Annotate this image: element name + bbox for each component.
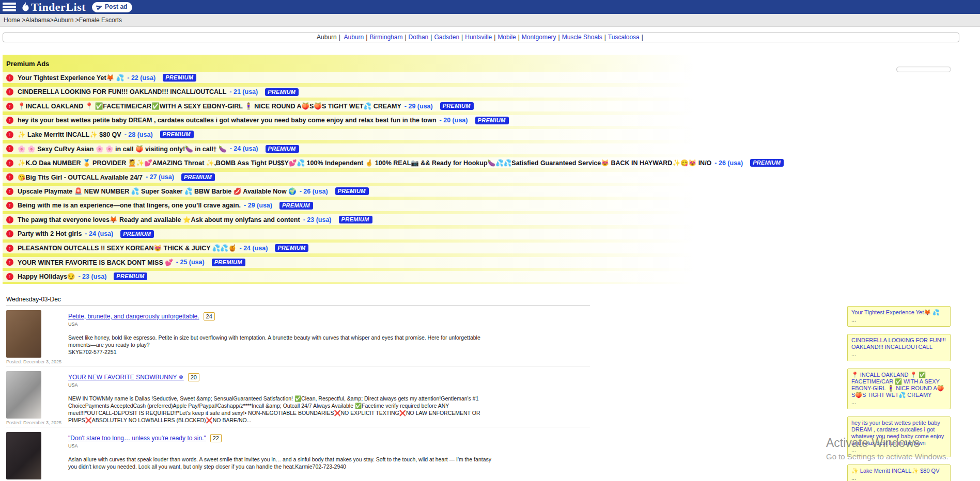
post-ad-button[interactable]: Post ad	[92, 2, 132, 12]
city-separator: |	[642, 34, 643, 41]
premium-badge: PREMIUM	[160, 131, 194, 138]
sidebar-ad-title[interactable]: hey its your best wettes petite baby DRE…	[851, 420, 944, 446]
sidebar-ad-box[interactable]: 📍 INCALL OAKLAND 📍 ✅ FACETIME/CAR ✅ WITH…	[847, 368, 951, 409]
premium-ad-row[interactable]: CINDERELLA LOOKING FOR FUN!!! OAKLAND!!!…	[3, 87, 962, 98]
flame-icon	[21, 2, 30, 12]
city-link[interactable]: Tuscaloosa	[608, 34, 640, 41]
premium-ad-age: - 24 (usa)	[230, 145, 258, 152]
city-link[interactable]: Muscle Shoals	[562, 34, 602, 41]
premium-ad-title[interactable]: Your Tightest Experience Yet🦊 💦	[18, 74, 124, 82]
premium-ad-title[interactable]: hey its your best wettes petite baby DRE…	[18, 117, 437, 124]
premium-ad-age: - 29 (usa)	[405, 103, 433, 110]
sidebar-ad-ellipsis: ...	[851, 447, 946, 454]
sidebar-ad-title[interactable]: CINDERELLA LOOKING FOR FUN!!! OAKLAND!!!…	[851, 337, 946, 350]
breadcrumb-text: Home >Alabama>Auburn >Female Escorts	[4, 17, 122, 24]
premium-ad-title[interactable]: Being with me is an experience—one that …	[18, 202, 241, 209]
bump-up-icon	[6, 230, 13, 237]
brand-name: TinderList	[31, 2, 86, 13]
premium-ad-age: - 24 (usa)	[85, 230, 113, 237]
city-link[interactable]: Birmingham	[369, 34, 402, 41]
premium-ad-row[interactable]: 🌸 🌸 Sexy CuRvy Asian 🌸 🌸 in call 🍑 visit…	[3, 143, 962, 154]
premium-ad-row[interactable]: Upscale Playmate 🚨 NEW NUMBER 💦 Super So…	[3, 186, 962, 197]
city-separator: |	[494, 34, 495, 41]
premium-sidebar: Your Tightest Experience Yet🦊 💦 ... CIND…	[847, 306, 951, 481]
ad-placeholder	[896, 67, 951, 72]
city-link[interactable]: Auburn	[344, 34, 364, 41]
premium-ad-title[interactable]: Party with 2 Hot girls	[18, 230, 82, 237]
sidebar-ad-box[interactable]: ✨ Lake Merritt INCALL✨ $80 QV ...	[847, 464, 951, 481]
post-ad-label: Post ad	[105, 3, 127, 10]
premium-badge: PREMIUM	[181, 173, 215, 181]
premium-ad-row[interactable]: Happy HOlidays😏 - 23 (usa) PREMIUM	[3, 271, 962, 282]
premium-ad-age: - 26 (usa)	[714, 159, 743, 167]
premium-ad-row[interactable]: 😘Big Tits Girl - OUTCALL Available 24/7 …	[3, 172, 962, 183]
city-link[interactable]: Huntsville	[465, 34, 492, 41]
city-link[interactable]: Mobile	[497, 34, 516, 41]
premium-ad-title[interactable]: Happy HOlidays😏	[18, 272, 75, 280]
premium-ad-title[interactable]: PLEASANTON OUTCALLS !! SEXY KOREAN😻 THIC…	[18, 244, 237, 252]
premium-ad-row[interactable]: 📍INCALL OAKLAND 📍 ✅FACETIME/CAR✅WITH A S…	[3, 101, 962, 111]
premium-ad-age: - 29 (usa)	[244, 202, 272, 209]
city-link[interactable]: Dothan	[409, 34, 429, 41]
premium-ad-title[interactable]: ✨K.O Daa NUMBER 🏅 PROVIDER 💆✨💕AMAZING Th…	[18, 159, 711, 167]
bump-up-icon	[6, 159, 13, 167]
listing-age-badge: 24	[204, 312, 215, 320]
listing-title-link[interactable]: YOUR NEW FAVORITE SNOWBUNNY ❄	[68, 374, 184, 381]
premium-ad-title[interactable]: 🌸 🌸 Sexy CuRvy Asian 🌸 🌸 in call 🍑 visit…	[18, 145, 227, 153]
premium-ad-row[interactable]: ✨K.O Daa NUMBER 🏅 PROVIDER 💆✨💕AMAZING Th…	[3, 157, 962, 168]
listing-thumbnail[interactable]	[6, 371, 41, 419]
premium-ad-row[interactable]: Party with 2 Hot girls - 24 (usa) PREMIU…	[3, 229, 962, 239]
bump-up-icon	[6, 74, 13, 82]
listing-row: Posted: December 3, 2025 Petite, brunett…	[6, 306, 590, 366]
brand-logo[interactable]: TinderList	[21, 2, 86, 13]
premium-ad-row[interactable]: YOUR WINTER FAVORITE IS BACK DONT MISS 💕…	[3, 257, 962, 268]
listing-thumbnail[interactable]	[6, 432, 41, 479]
sidebar-ad-ellipsis: ...	[851, 351, 946, 358]
listing-title-link[interactable]: "Don't stare too long… unless you're rea…	[68, 435, 206, 442]
breadcrumb[interactable]: Home >Alabama>Auburn >Female Escorts	[0, 14, 980, 27]
city-current: Auburn	[317, 34, 337, 41]
city-separator: |	[518, 34, 520, 41]
premium-ad-age: - 24 (usa)	[240, 245, 268, 252]
listing-thumb-column: Posted: December 3, 2025	[6, 432, 61, 481]
city-separator: |	[430, 34, 432, 41]
listing-title-link[interactable]: Petite, brunette, and dangerously unforg…	[68, 313, 199, 320]
premium-badge: PREMIUM	[120, 230, 154, 238]
premium-ad-row[interactable]: Being with me is an experience—one that …	[3, 200, 962, 211]
premium-ad-title[interactable]: YOUR WINTER FAVORITE IS BACK DONT MISS 💕	[18, 259, 173, 266]
bump-up-icon	[6, 173, 13, 181]
listing-thumbnail[interactable]	[6, 310, 41, 358]
premium-ad-row[interactable]: hey its your best wettes petite baby DRE…	[3, 115, 962, 126]
premium-ad-row[interactable]: ✨ Lake Merritt INCALL✨ $80 QV - 28 (usa)…	[3, 129, 962, 140]
sidebar-ad-ellipsis: ...	[851, 399, 946, 406]
listing-posted-date: Posted: December 3, 2025	[6, 359, 61, 364]
premium-ad-title[interactable]: The pawg that everyone loves🦊 Ready and …	[18, 216, 300, 223]
sidebar-ad-box[interactable]: CINDERELLA LOOKING FOR FUN!!! OAKLAND!!!…	[847, 334, 951, 361]
premium-badge: PREMIUM	[163, 74, 196, 82]
premium-ad-row[interactable]: PLEASANTON OUTCALLS !! SEXY KOREAN😻 THIC…	[3, 243, 962, 253]
premium-ad-row[interactable]: Your Tightest Experience Yet🦊 💦 - 22 (us…	[3, 72, 962, 83]
premium-ad-title[interactable]: 😘Big Tits Girl - OUTCALL Available 24/7	[18, 173, 143, 181]
listing-location: USA	[68, 443, 492, 448]
sidebar-ad-title[interactable]: ✨ Lake Merritt INCALL✨ $80 QV	[851, 468, 940, 474]
sidebar-ad-title[interactable]: Your Tightest Experience Yet🦊 💦	[851, 309, 940, 315]
premium-ad-title[interactable]: 📍INCALL OAKLAND 📍 ✅FACETIME/CAR✅WITH A S…	[18, 102, 401, 110]
sidebar-ad-ellipsis: ...	[851, 475, 946, 481]
menu-icon[interactable]	[3, 3, 16, 11]
premium-ad-title[interactable]: Upscale Playmate 🚨 NEW NUMBER 💦 Super So…	[18, 187, 297, 195]
sidebar-ad-box[interactable]: hey its your best wettes petite baby DRE…	[847, 416, 951, 457]
premium-ad-title[interactable]: ✨ Lake Merritt INCALL✨ $80 QV	[18, 131, 121, 138]
bump-up-icon	[6, 216, 13, 223]
listing-location: USA	[68, 382, 492, 388]
listing-body-line2: SKYE702-577-2251	[68, 348, 492, 356]
premium-ad-age: - 23 (usa)	[303, 216, 332, 223]
premium-ad-title[interactable]: CINDERELLA LOOKING FOR FUN!!! OAKLAND!!!…	[18, 88, 226, 95]
premium-ad-row[interactable]: The pawg that everyone loves🦊 Ready and …	[3, 214, 962, 225]
city-link[interactable]: Gadsden	[434, 34, 459, 41]
sidebar-ad-box[interactable]: Your Tightest Experience Yet🦊 💦 ...	[847, 306, 951, 327]
sidebar-ad-title[interactable]: 📍 INCALL OAKLAND 📍 ✅ FACETIME/CAR ✅ WITH…	[851, 372, 944, 398]
listing-body: Sweet like honey, bold like espresso. Pe…	[68, 334, 492, 348]
city-separator: |	[461, 34, 463, 41]
paper-plane-icon	[96, 4, 103, 10]
city-link[interactable]: Montgomery	[522, 34, 556, 41]
